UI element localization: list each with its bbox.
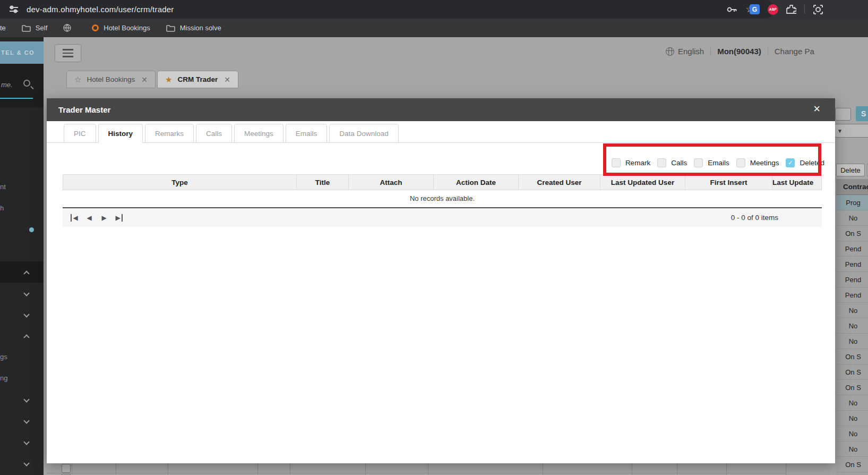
background-grid-row: No bbox=[836, 442, 868, 457]
bookmark-label: Mission solve bbox=[180, 24, 221, 32]
background-delete-button: Delete bbox=[836, 164, 865, 176]
sidebar-item[interactable] bbox=[0, 410, 44, 431]
tab-close-icon[interactable]: ✕ bbox=[141, 75, 148, 84]
table-header-cell[interactable]: Title bbox=[297, 175, 349, 190]
sidebar-item[interactable] bbox=[0, 453, 44, 474]
translate-extension-icon[interactable]: G bbox=[750, 4, 760, 14]
sidebar-item[interactable] bbox=[0, 283, 44, 304]
active-dot-icon bbox=[29, 227, 34, 232]
bookmark-item[interactable]: Self bbox=[22, 24, 47, 32]
filter-option[interactable]: Calls bbox=[657, 158, 687, 167]
page-tab[interactable]: CRM Trader ✕ bbox=[157, 71, 238, 88]
sidebar-item[interactable] bbox=[0, 389, 44, 410]
chevron-icon bbox=[23, 439, 29, 445]
background-grid-row: No bbox=[836, 334, 868, 349]
background-grid: Contrac Prog No On S Pend Pend Pend Pend… bbox=[836, 179, 868, 475]
pager-prev-button[interactable] bbox=[82, 208, 97, 227]
sidebar-item[interactable] bbox=[0, 325, 44, 346]
row-checkbox bbox=[62, 464, 71, 473]
filter-label: Remark bbox=[625, 159, 650, 167]
bookmark-item[interactable]: Mission solve bbox=[166, 24, 221, 32]
background-grid-row: Prog bbox=[836, 195, 868, 210]
password-key-icon[interactable] bbox=[727, 6, 737, 13]
sidebar-item[interactable]: nt bbox=[0, 176, 44, 198]
table-header-cell[interactable]: Last Updated User bbox=[600, 175, 685, 190]
url-bar[interactable]: dev-adm.ohmyhotel.com/user/crm/trader ☆ bbox=[0, 0, 774, 19]
extensions-puzzle-icon[interactable] bbox=[786, 4, 796, 14]
filter-checkbox[interactable] bbox=[694, 158, 703, 167]
bookmark-item[interactable]: Hotel Bookings bbox=[92, 24, 150, 32]
bookmark-item[interactable]: te bbox=[0, 24, 6, 32]
sidebar-item[interactable] bbox=[0, 240, 44, 261]
filter-option[interactable]: Deleted bbox=[786, 158, 824, 167]
table-header-cell[interactable]: First Insert bbox=[685, 175, 772, 190]
history-filters: Remark Calls Emails Meetings Deleted bbox=[47, 156, 824, 169]
table-header-cell[interactable]: Last Update bbox=[772, 175, 813, 190]
language-label[interactable]: English bbox=[678, 47, 704, 56]
sidebar-item[interactable] bbox=[0, 261, 44, 283]
bookmark-label: Self bbox=[36, 24, 47, 32]
pager-last-button[interactable] bbox=[111, 208, 126, 227]
filter-option[interactable]: Emails bbox=[694, 158, 729, 167]
table-header-cell[interactable]: Action Date bbox=[434, 175, 519, 190]
background-input bbox=[835, 108, 851, 121]
url-text[interactable]: dev-adm.ohmyhotel.com/user/crm/trader bbox=[27, 5, 174, 14]
chevron-icon bbox=[23, 290, 29, 296]
sidebar-item-label: h bbox=[0, 204, 4, 212]
sidebar-item[interactable]: gs bbox=[0, 346, 44, 368]
sidebar-item[interactable] bbox=[0, 431, 44, 453]
filter-option[interactable]: Remark bbox=[612, 158, 650, 167]
pager: 0 - 0 of 0 items bbox=[63, 207, 822, 227]
search-icon[interactable] bbox=[23, 80, 30, 87]
sidebar-item[interactable] bbox=[0, 219, 44, 240]
tab-close-icon[interactable]: ✕ bbox=[224, 75, 230, 84]
modal-close-button[interactable]: × bbox=[813, 103, 820, 115]
background-search-button: S bbox=[856, 106, 868, 121]
page-tab-label: Hotel Bookings bbox=[87, 75, 135, 83]
filter-checkbox[interactable] bbox=[612, 158, 621, 167]
table-header-cell[interactable]: Attach bbox=[349, 175, 434, 190]
modal-tab[interactable]: Calls bbox=[196, 124, 232, 143]
pager-next-button[interactable] bbox=[97, 208, 111, 227]
site-settings-icon[interactable] bbox=[8, 4, 20, 15]
page-tab[interactable]: Hotel Bookings ✕ bbox=[66, 71, 156, 88]
change-password-link[interactable]: Change Pa bbox=[775, 47, 814, 56]
modal-tab[interactable]: Emails bbox=[286, 124, 328, 143]
app-header-right: English Mon(90043) Change Pa bbox=[666, 47, 814, 56]
app-logo: TEL & CO bbox=[0, 41, 44, 64]
user-label[interactable]: Mon(90043) bbox=[717, 47, 761, 56]
sidebar-search-input[interactable] bbox=[1, 81, 24, 89]
background-grid-row: No bbox=[836, 303, 868, 318]
filter-checkbox[interactable] bbox=[786, 158, 795, 167]
sidebar-item[interactable]: h bbox=[0, 198, 44, 219]
pager-first-button[interactable] bbox=[67, 208, 82, 227]
globe-icon bbox=[63, 24, 71, 32]
favorite-star-icon[interactable] bbox=[165, 75, 172, 84]
modal-tab[interactable]: History bbox=[98, 124, 143, 143]
modal-tab[interactable]: PIC bbox=[64, 124, 96, 143]
background-grid-row: No bbox=[836, 426, 868, 442]
page-tab-label: CRM Trader bbox=[177, 75, 218, 83]
table-header-cell[interactable]: Type bbox=[63, 175, 297, 190]
filter-checkbox[interactable] bbox=[657, 158, 666, 167]
bookmark-item[interactable] bbox=[63, 24, 76, 32]
filter-option[interactable]: Meetings bbox=[736, 158, 779, 167]
site-favicon bbox=[92, 24, 99, 31]
adblock-extension-icon[interactable]: ABP bbox=[768, 4, 778, 15]
sidebar-item[interactable]: ng bbox=[0, 368, 44, 389]
favorite-star-icon[interactable] bbox=[74, 75, 81, 84]
modal-tab[interactable]: Remarks bbox=[145, 124, 194, 143]
table-header-cell[interactable]: Created User bbox=[519, 175, 600, 190]
filter-checkbox[interactable] bbox=[736, 158, 745, 167]
modal-tab[interactable]: Data Download bbox=[329, 124, 398, 143]
profile-capture-icon[interactable] bbox=[813, 4, 823, 15]
background-grid-row: Pend bbox=[836, 287, 868, 303]
background-grid-row: No bbox=[836, 318, 868, 334]
menu-toggle-button[interactable] bbox=[55, 44, 81, 62]
background-grid-row: Pend bbox=[836, 272, 868, 287]
sidebar-item[interactable] bbox=[0, 304, 44, 325]
browser-topbar: dev-adm.ohmyhotel.com/user/crm/trader ☆ … bbox=[0, 0, 868, 19]
chevron-icon bbox=[23, 270, 29, 276]
sidebar-menu: nt h bbox=[0, 176, 44, 474]
modal-tab[interactable]: Meetings bbox=[234, 124, 283, 143]
